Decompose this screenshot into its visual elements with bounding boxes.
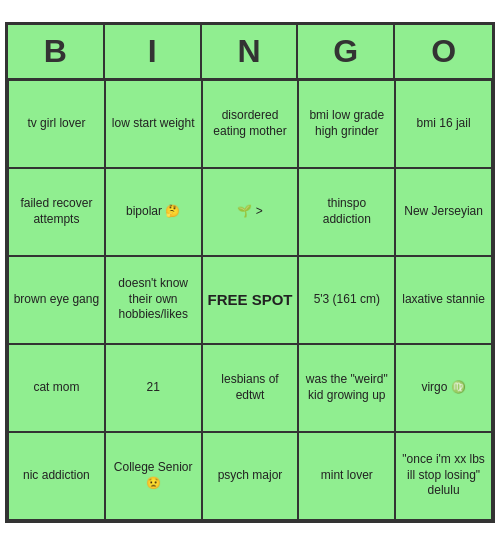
bingo-cell-17: lesbians of edtwt (202, 344, 299, 432)
bingo-cell-18: was the "weird" kid growing up (298, 344, 395, 432)
bingo-grid: tv girl loverlow start weightdisordered … (8, 78, 492, 520)
bingo-cell-6: bipolar 🤔 (105, 168, 202, 256)
header-o: O (395, 25, 492, 78)
bingo-cell-5: failed recover attempts (8, 168, 105, 256)
bingo-cell-1: low start weight (105, 80, 202, 168)
bingo-cell-2: disordered eating mother (202, 80, 299, 168)
bingo-cell-10: brown eye gang (8, 256, 105, 344)
bingo-card: B I N G O tv girl loverlow start weightd… (5, 22, 495, 523)
bingo-cell-24: "once i'm xx lbs ill stop losing" delulu (395, 432, 492, 520)
bingo-cell-3: bmi low grade high grinder (298, 80, 395, 168)
header-n: N (202, 25, 299, 78)
bingo-cell-20: nic addiction (8, 432, 105, 520)
bingo-cell-23: mint lover (298, 432, 395, 520)
bingo-cell-14: laxative stannie (395, 256, 492, 344)
bingo-cell-8: thinspo addiction (298, 168, 395, 256)
bingo-cell-19: virgo ♍ (395, 344, 492, 432)
bingo-cell-4: bmi 16 jail (395, 80, 492, 168)
bingo-cell-7: 🌱 > (202, 168, 299, 256)
bingo-cell-9: New Jerseyian (395, 168, 492, 256)
bingo-cell-22: psych major (202, 432, 299, 520)
bingo-cell-16: 21 (105, 344, 202, 432)
bingo-cell-21: College Senior 😟 (105, 432, 202, 520)
bingo-cell-12: FREE SPOT (202, 256, 299, 344)
bingo-cell-13: 5'3 (161 cm) (298, 256, 395, 344)
bingo-cell-11: doesn't know their own hobbies/likes (105, 256, 202, 344)
bingo-cell-15: cat mom (8, 344, 105, 432)
header-g: G (298, 25, 395, 78)
header-i: I (105, 25, 202, 78)
header-b: B (8, 25, 105, 78)
bingo-cell-0: tv girl lover (8, 80, 105, 168)
bingo-header: B I N G O (8, 25, 492, 78)
